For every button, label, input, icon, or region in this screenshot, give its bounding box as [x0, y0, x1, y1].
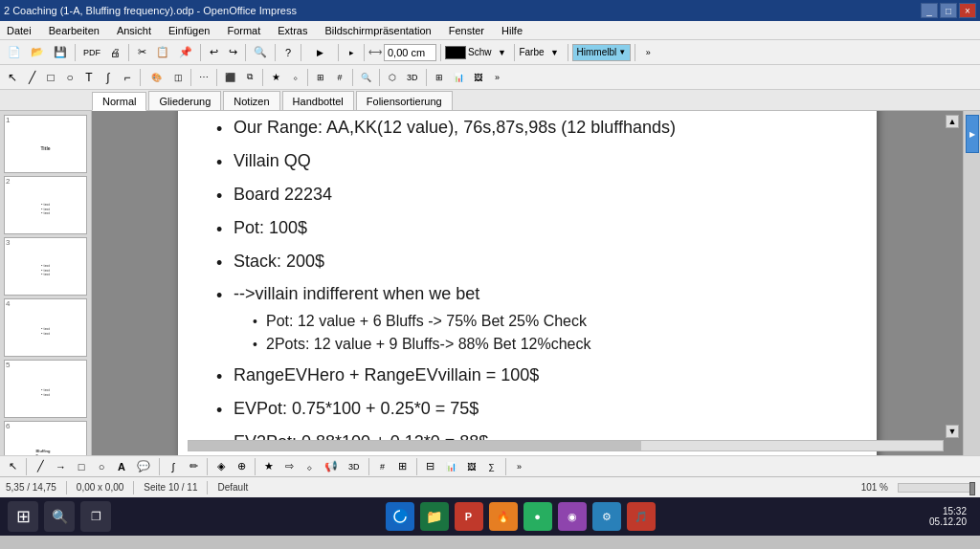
draw-text[interactable]: A — [113, 458, 130, 475]
tb2-curve[interactable]: ∫ — [100, 69, 117, 86]
slide-thumb-6[interactable]: 6 BluffingFrequency — [4, 421, 87, 455]
tb2-extend[interactable]: ⬡ — [384, 69, 401, 86]
draw-more[interactable]: » — [511, 458, 528, 475]
draw-flowchart[interactable]: ⬦ — [301, 458, 318, 475]
draw-rect[interactable]: □ — [73, 458, 90, 475]
new-button[interactable]: 📄 — [4, 44, 25, 61]
start-button[interactable]: ⊞ — [8, 501, 38, 532]
draw-points[interactable]: ◈ — [212, 458, 230, 475]
taskbar-app2[interactable]: 🔥 — [489, 502, 518, 531]
taskbar-app3[interactable]: ● — [523, 502, 552, 531]
tb2-more2[interactable]: » — [489, 69, 506, 86]
menu-einfuegen[interactable]: Einfügen — [166, 24, 212, 37]
panel-expand-btn[interactable]: ▶ — [966, 115, 979, 153]
paste-button[interactable]: 📌 — [175, 44, 196, 61]
tb2-snap[interactable]: ⊞ — [312, 69, 329, 86]
tb2-3d[interactable]: 3D — [403, 69, 422, 86]
zoom-slider[interactable] — [898, 483, 974, 493]
draw-freeform[interactable]: ✏ — [185, 458, 202, 475]
draw-snap-points[interactable]: ⊞ — [394, 458, 412, 475]
canvas-area[interactable]: ▲ • Our Range: AA,KK(12 value), 76s,87s,… — [92, 111, 963, 455]
scroll-up-btn[interactable]: ▲ — [946, 115, 959, 128]
draw-arrow[interactable]: → — [52, 458, 70, 475]
draw-image[interactable]: 🖼 — [463, 458, 480, 475]
tb2-line[interactable]: ╱ — [23, 69, 40, 86]
color-box[interactable] — [445, 46, 466, 59]
tb2-extra[interactable]: ⬦ — [286, 69, 303, 86]
farbe-dropdown[interactable]: ▼ — [546, 44, 564, 61]
draw-gluepoints[interactable]: ⊕ — [233, 458, 250, 475]
open-button[interactable]: 📂 — [27, 44, 48, 61]
tb2-rect[interactable]: □ — [42, 69, 59, 86]
draw-snap-grid[interactable]: # — [374, 458, 391, 475]
himmelblau-selector[interactable]: Himmelbl ▼ — [572, 44, 632, 61]
draw-callout[interactable]: 💬 — [133, 458, 154, 475]
tb2-table[interactable]: ⊞ — [431, 69, 448, 86]
draw-callouts[interactable]: 📢 — [321, 458, 342, 475]
save-button[interactable]: 💾 — [50, 44, 71, 61]
tb2-connector[interactable]: ⌐ — [119, 69, 136, 86]
undo-button[interactable]: ↩ — [205, 44, 222, 61]
taskbar-app1[interactable]: P — [455, 502, 483, 531]
menu-hilfe[interactable]: Hilfe — [499, 24, 525, 37]
tb2-grid[interactable]: # — [331, 69, 348, 86]
pdf-button[interactable]: PDF — [79, 44, 104, 61]
tb2-front[interactable]: ⬛ — [221, 69, 239, 86]
tb2-chart[interactable]: 📊 — [450, 69, 468, 86]
tab-notizen[interactable]: Notizen — [223, 91, 279, 110]
tb2-group[interactable]: ⧉ — [241, 69, 258, 86]
draw-select[interactable]: ↖ — [4, 458, 21, 475]
taskbar-file-explorer[interactable]: 📁 — [420, 502, 449, 531]
draw-chart[interactable]: 📊 — [442, 458, 460, 475]
tab-normal[interactable]: Normal — [92, 92, 146, 111]
taskbar-edge[interactable] — [386, 502, 414, 531]
maximize-button[interactable]: □ — [940, 3, 957, 18]
tab-handbottel[interactable]: Handbottel — [282, 91, 354, 110]
close-button[interactable]: × — [959, 3, 976, 18]
size-input[interactable] — [384, 44, 436, 61]
draw-ellipse[interactable]: ○ — [93, 458, 110, 475]
cut-button[interactable]: ✂ — [133, 44, 150, 61]
tab-foliensortierung[interactable]: Foliensortierung — [356, 91, 453, 110]
menu-extras[interactable]: Extras — [275, 24, 310, 37]
main-slide[interactable]: • Our Range: AA,KK(12 value), 76s,87s,98… — [178, 111, 877, 455]
menu-fenster[interactable]: Fenster — [446, 24, 487, 37]
zoom-handle[interactable] — [969, 482, 975, 495]
print-button[interactable]: 🖨 — [106, 44, 124, 61]
draw-formula[interactable]: ∑ — [483, 458, 501, 475]
menu-bearbeiten[interactable]: Bearbeiten — [46, 24, 102, 37]
help-button[interactable]: ? — [279, 44, 297, 61]
find-button[interactable]: 🔍 — [250, 44, 271, 61]
draw-table[interactable]: ⊟ — [422, 458, 439, 475]
draw-block-arrows[interactable]: ⇨ — [280, 458, 298, 475]
taskview-btn[interactable]: ❐ — [80, 501, 111, 532]
tb2-more[interactable]: ⋯ — [195, 69, 212, 86]
tb2-star[interactable]: ★ — [267, 69, 284, 86]
more-btn1[interactable]: ▸ — [343, 44, 360, 61]
menu-datei[interactable]: Datei — [4, 24, 34, 37]
menu-presentation[interactable]: Bildschirmpräsentation — [322, 24, 434, 37]
taskbar-app4[interactable]: ◉ — [558, 502, 587, 531]
draw-3d[interactable]: 3D — [345, 458, 364, 475]
redo-button[interactable]: ↪ — [224, 44, 241, 61]
tb2-fill[interactable]: 🎨 — [145, 69, 167, 86]
slides-panel[interactable]: 1 Title 2 • text• text• text 3 • text• t… — [0, 111, 92, 455]
menu-format[interactable]: Format — [224, 24, 263, 37]
copy-button[interactable]: 📋 — [152, 44, 173, 61]
draw-symbol[interactable]: ★ — [260, 458, 278, 475]
taskbar-app6[interactable]: 🎵 — [627, 502, 656, 531]
tb2-ellipse[interactable]: ○ — [61, 69, 78, 86]
slide-thumb-5[interactable]: 5 • text• text — [4, 360, 87, 418]
search-taskbar[interactable]: 🔍 — [44, 501, 75, 532]
slide-thumb-2[interactable]: 2 • text• text• text — [4, 176, 87, 234]
tb2-pic[interactable]: 🖼 — [470, 69, 487, 86]
toolbar-more[interactable]: » — [639, 44, 657, 61]
taskbar-app5[interactable]: ⚙ — [592, 502, 621, 531]
menu-ansicht[interactable]: Ansicht — [114, 24, 154, 37]
tb2-arrow[interactable]: ↖ — [4, 69, 21, 86]
minimize-button[interactable]: _ — [921, 3, 938, 18]
scroll-down-btn[interactable]: ▼ — [946, 425, 959, 438]
slide-thumb-4[interactable]: 4 • text• text — [4, 298, 87, 357]
tb2-zoom[interactable]: 🔍 — [357, 69, 375, 86]
presentation-button[interactable]: ▶ — [305, 44, 334, 61]
